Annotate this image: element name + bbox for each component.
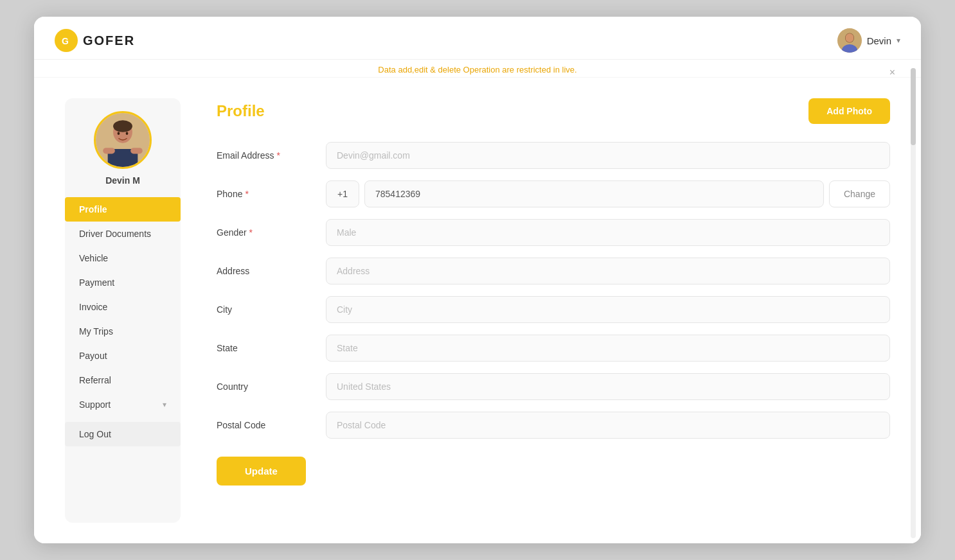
address-label: Address: [217, 266, 326, 276]
gender-label: Gender *: [217, 227, 326, 238]
postal-label: Postal Code: [217, 420, 326, 430]
header: G GOFER Devin ▾: [34, 17, 921, 60]
required-marker: *: [249, 227, 253, 238]
svg-rect-11: [130, 148, 143, 153]
main-window: G GOFER Devin ▾ Data add,edit & delete O…: [34, 17, 921, 543]
change-phone-button[interactable]: Change: [829, 180, 890, 207]
sidebar-item-payout[interactable]: Payout: [65, 344, 181, 368]
logo: G GOFER: [55, 29, 135, 52]
scrollbar-track: [911, 68, 916, 538]
email-field[interactable]: [326, 142, 890, 169]
phone-label: Phone *: [217, 189, 326, 199]
sidebar-item-my-trips-label: My Trips: [79, 326, 113, 337]
scrollbar-thumb[interactable]: [911, 68, 916, 145]
country-label: Country: [217, 381, 326, 392]
chevron-down-icon: ▾: [163, 400, 166, 409]
email-label: Email Address *: [217, 150, 326, 161]
page-title: Profile: [217, 102, 265, 120]
phone-input-group: Change: [326, 180, 890, 207]
phone-number-field[interactable]: [364, 180, 824, 207]
alert-bar: Data add,edit & delete Operation are res…: [34, 60, 921, 78]
user-menu[interactable]: Devin ▾: [837, 28, 900, 53]
sidebar-item-invoice-label: Invoice: [79, 302, 107, 312]
country-row: Country: [217, 373, 890, 400]
svg-point-5: [845, 33, 853, 42]
postal-row: Postal Code: [217, 412, 890, 439]
svg-text:G: G: [62, 36, 69, 46]
phone-prefix-field[interactable]: [326, 180, 359, 207]
sidebar-item-referral-label: Referral: [79, 375, 111, 385]
country-field[interactable]: [326, 373, 890, 400]
city-label: City: [217, 304, 326, 315]
sidebar-item-profile-label: Profile: [79, 204, 107, 214]
state-row: State: [217, 335, 890, 362]
postal-field[interactable]: [326, 412, 890, 439]
add-photo-button[interactable]: Add Photo: [808, 98, 890, 124]
main-content: Devin M Profile Driver Documents Vehicle…: [34, 78, 921, 543]
phone-row: Phone * Change: [217, 180, 890, 207]
update-button[interactable]: Update: [217, 457, 306, 486]
sidebar-item-my-trips[interactable]: My Trips: [65, 319, 181, 344]
update-row: Update: [217, 450, 890, 486]
chevron-down-icon: ▾: [897, 36, 900, 45]
user-name: Devin: [867, 35, 891, 46]
required-marker: *: [276, 150, 280, 161]
sidebar-avatar: [94, 111, 152, 169]
sidebar-item-driver-documents[interactable]: Driver Documents: [65, 222, 181, 246]
sidebar-item-profile[interactable]: Profile: [65, 197, 181, 222]
svg-rect-10: [103, 148, 115, 153]
avatar: [837, 28, 862, 53]
sidebar-item-logout[interactable]: Log Out: [65, 422, 181, 446]
profile-content: Profile Add Photo Email Address * Phone …: [201, 98, 890, 523]
sidebar-item-payment-label: Payment: [79, 277, 114, 288]
sidebar-item-vehicle[interactable]: Vehicle: [65, 246, 181, 270]
state-field[interactable]: [326, 335, 890, 362]
email-row: Email Address *: [217, 142, 890, 169]
city-row: City: [217, 296, 890, 323]
sidebar-item-vehicle-label: Vehicle: [79, 253, 108, 263]
close-alert-button[interactable]: ×: [889, 67, 895, 78]
sidebar-item-invoice[interactable]: Invoice: [65, 295, 181, 319]
address-row: Address: [217, 258, 890, 284]
sidebar-item-driver-documents-label: Driver Documents: [79, 229, 151, 239]
required-marker: *: [245, 189, 248, 199]
sidebar-profile-card: Devin M: [86, 111, 159, 186]
sidebar-item-payout-label: Payout: [79, 351, 107, 361]
svg-point-12: [118, 132, 120, 135]
gender-row: Gender *: [217, 219, 890, 246]
sidebar-nav: Profile Driver Documents Vehicle Payment…: [65, 197, 181, 446]
city-field[interactable]: [326, 296, 890, 323]
sidebar-item-support-label: Support: [79, 399, 111, 410]
logo-text: GOFER: [83, 33, 135, 48]
svg-point-8: [113, 120, 132, 132]
svg-point-13: [126, 132, 129, 135]
sidebar-item-support[interactable]: Support ▾: [65, 392, 181, 417]
sidebar-item-referral[interactable]: Referral: [65, 368, 181, 392]
alert-text: Data add,edit & delete Operation are res…: [378, 65, 576, 74]
gender-field[interactable]: [326, 219, 890, 246]
sidebar-profile-name: Devin M: [105, 175, 140, 186]
address-field[interactable]: [326, 258, 890, 284]
state-label: State: [217, 343, 326, 353]
sidebar: Devin M Profile Driver Documents Vehicle…: [65, 98, 181, 523]
sidebar-item-logout-label: Log Out: [79, 429, 111, 439]
content-header: Profile Add Photo: [217, 98, 890, 124]
sidebar-item-payment[interactable]: Payment: [65, 270, 181, 295]
logo-icon: G: [55, 29, 78, 52]
